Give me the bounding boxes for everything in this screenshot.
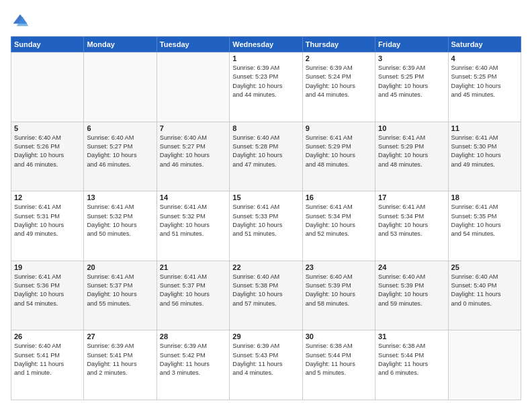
calendar-week-5: 26Sunrise: 6:40 AMSunset: 5:41 PMDayligh…	[11, 330, 521, 400]
day-number: 20	[87, 263, 153, 271]
weekday-header-wednesday: Wednesday	[230, 37, 302, 52]
calendar-cell: 4Sunrise: 6:40 AMSunset: 5:25 PMDaylight…	[448, 52, 521, 122]
day-number: 18	[451, 193, 518, 201]
day-info: Sunrise: 6:41 AMSunset: 5:34 PMDaylight:…	[378, 203, 445, 238]
day-info: Sunrise: 6:41 AMSunset: 5:29 PMDaylight:…	[306, 134, 372, 169]
calendar-cell: 19Sunrise: 6:41 AMSunset: 5:36 PMDayligh…	[11, 261, 84, 330]
day-number: 10	[378, 124, 445, 132]
calendar-cell: 23Sunrise: 6:40 AMSunset: 5:39 PMDayligh…	[302, 261, 375, 330]
day-number: 15	[232, 193, 299, 201]
day-number: 27	[87, 332, 153, 340]
weekday-header-monday: Monday	[84, 37, 157, 52]
day-number: 12	[14, 193, 81, 201]
day-info: Sunrise: 6:39 AMSunset: 5:24 PMDaylight:…	[306, 64, 372, 99]
day-info: Sunrise: 6:40 AMSunset: 5:27 PMDaylight:…	[87, 134, 153, 169]
calendar-cell: 17Sunrise: 6:41 AMSunset: 5:34 PMDayligh…	[375, 191, 448, 261]
calendar-cell: 31Sunrise: 6:38 AMSunset: 5:44 PMDayligh…	[375, 330, 448, 400]
day-number: 7	[160, 124, 226, 132]
logo-icon	[11, 11, 30, 30]
calendar-cell: 11Sunrise: 6:41 AMSunset: 5:30 PMDayligh…	[448, 122, 521, 191]
day-number: 1	[232, 54, 299, 62]
calendar-cell: 14Sunrise: 6:41 AMSunset: 5:32 PMDayligh…	[157, 191, 229, 261]
day-info: Sunrise: 6:39 AMSunset: 5:25 PMDaylight:…	[378, 64, 445, 99]
day-info: Sunrise: 6:40 AMSunset: 5:39 PMDaylight:…	[378, 273, 445, 308]
calendar-cell	[84, 52, 157, 122]
calendar-cell: 7Sunrise: 6:40 AMSunset: 5:27 PMDaylight…	[157, 122, 229, 191]
day-number: 24	[378, 263, 445, 271]
calendar-cell: 28Sunrise: 6:39 AMSunset: 5:42 PMDayligh…	[157, 330, 229, 400]
day-number: 14	[160, 193, 226, 201]
calendar-cell: 13Sunrise: 6:41 AMSunset: 5:32 PMDayligh…	[84, 191, 157, 261]
weekday-header-sunday: Sunday	[11, 37, 84, 52]
calendar-body: 1Sunrise: 6:39 AMSunset: 5:23 PMDaylight…	[11, 52, 521, 400]
day-info: Sunrise: 6:40 AMSunset: 5:27 PMDaylight:…	[160, 134, 226, 169]
day-info: Sunrise: 6:41 AMSunset: 5:32 PMDaylight:…	[87, 203, 153, 238]
day-info: Sunrise: 6:39 AMSunset: 5:43 PMDaylight:…	[232, 342, 299, 377]
calendar-cell: 6Sunrise: 6:40 AMSunset: 5:27 PMDaylight…	[84, 122, 157, 191]
day-info: Sunrise: 6:41 AMSunset: 5:33 PMDaylight:…	[232, 203, 299, 238]
calendar-cell	[157, 52, 229, 122]
day-info: Sunrise: 6:39 AMSunset: 5:41 PMDaylight:…	[87, 342, 153, 377]
day-number: 6	[87, 124, 153, 132]
calendar-cell: 30Sunrise: 6:38 AMSunset: 5:44 PMDayligh…	[302, 330, 375, 400]
day-number: 29	[232, 332, 299, 340]
day-number: 30	[306, 332, 372, 340]
day-info: Sunrise: 6:41 AMSunset: 5:32 PMDaylight:…	[160, 203, 226, 238]
day-info: Sunrise: 6:41 AMSunset: 5:36 PMDaylight:…	[14, 273, 81, 308]
header	[11, 11, 521, 30]
calendar-week-1: 1Sunrise: 6:39 AMSunset: 5:23 PMDaylight…	[11, 52, 521, 122]
day-info: Sunrise: 6:40 AMSunset: 5:25 PMDaylight:…	[451, 64, 518, 99]
calendar-cell	[11, 52, 84, 122]
day-number: 26	[14, 332, 81, 340]
day-info: Sunrise: 6:41 AMSunset: 5:35 PMDaylight:…	[451, 203, 518, 238]
day-info: Sunrise: 6:40 AMSunset: 5:38 PMDaylight:…	[232, 273, 299, 308]
day-info: Sunrise: 6:41 AMSunset: 5:30 PMDaylight:…	[451, 134, 518, 169]
day-number: 17	[378, 193, 445, 201]
day-info: Sunrise: 6:38 AMSunset: 5:44 PMDaylight:…	[306, 342, 372, 377]
day-number: 9	[306, 124, 372, 132]
calendar-week-3: 12Sunrise: 6:41 AMSunset: 5:31 PMDayligh…	[11, 191, 521, 261]
day-info: Sunrise: 6:41 AMSunset: 5:37 PMDaylight:…	[160, 273, 226, 308]
day-info: Sunrise: 6:40 AMSunset: 5:41 PMDaylight:…	[14, 342, 81, 377]
calendar-cell: 25Sunrise: 6:40 AMSunset: 5:40 PMDayligh…	[448, 261, 521, 330]
weekday-header-row: SundayMondayTuesdayWednesdayThursdayFrid…	[11, 37, 521, 52]
calendar-cell: 26Sunrise: 6:40 AMSunset: 5:41 PMDayligh…	[11, 330, 84, 400]
day-info: Sunrise: 6:41 AMSunset: 5:29 PMDaylight:…	[378, 134, 445, 169]
day-info: Sunrise: 6:38 AMSunset: 5:44 PMDaylight:…	[378, 342, 445, 377]
calendar-cell: 1Sunrise: 6:39 AMSunset: 5:23 PMDaylight…	[230, 52, 302, 122]
day-number: 3	[378, 54, 445, 62]
day-info: Sunrise: 6:41 AMSunset: 5:37 PMDaylight:…	[87, 273, 153, 308]
calendar-cell: 16Sunrise: 6:41 AMSunset: 5:34 PMDayligh…	[302, 191, 375, 261]
calendar-cell: 27Sunrise: 6:39 AMSunset: 5:41 PMDayligh…	[84, 330, 157, 400]
day-number: 31	[378, 332, 445, 340]
day-info: Sunrise: 6:40 AMSunset: 5:26 PMDaylight:…	[14, 134, 81, 169]
day-info: Sunrise: 6:41 AMSunset: 5:34 PMDaylight:…	[306, 203, 372, 238]
day-number: 11	[451, 124, 518, 132]
day-number: 4	[451, 54, 518, 62]
calendar-cell: 2Sunrise: 6:39 AMSunset: 5:24 PMDaylight…	[302, 52, 375, 122]
day-number: 22	[232, 263, 299, 271]
calendar-cell: 29Sunrise: 6:39 AMSunset: 5:43 PMDayligh…	[230, 330, 302, 400]
day-info: Sunrise: 6:40 AMSunset: 5:39 PMDaylight:…	[306, 273, 372, 308]
calendar-cell: 21Sunrise: 6:41 AMSunset: 5:37 PMDayligh…	[157, 261, 229, 330]
calendar-week-2: 5Sunrise: 6:40 AMSunset: 5:26 PMDaylight…	[11, 122, 521, 191]
calendar-cell: 3Sunrise: 6:39 AMSunset: 5:25 PMDaylight…	[375, 52, 448, 122]
day-number: 13	[87, 193, 153, 201]
day-number: 21	[160, 263, 226, 271]
calendar-cell: 9Sunrise: 6:41 AMSunset: 5:29 PMDaylight…	[302, 122, 375, 191]
logo	[11, 11, 32, 30]
day-number: 16	[306, 193, 372, 201]
day-info: Sunrise: 6:40 AMSunset: 5:28 PMDaylight:…	[232, 134, 299, 169]
calendar-cell: 5Sunrise: 6:40 AMSunset: 5:26 PMDaylight…	[11, 122, 84, 191]
day-number: 25	[451, 263, 518, 271]
calendar-table: SundayMondayTuesdayWednesdayThursdayFrid…	[11, 36, 521, 400]
day-number: 5	[14, 124, 81, 132]
calendar-cell: 10Sunrise: 6:41 AMSunset: 5:29 PMDayligh…	[375, 122, 448, 191]
calendar-cell: 18Sunrise: 6:41 AMSunset: 5:35 PMDayligh…	[448, 191, 521, 261]
calendar-week-4: 19Sunrise: 6:41 AMSunset: 5:36 PMDayligh…	[11, 261, 521, 330]
day-info: Sunrise: 6:40 AMSunset: 5:40 PMDaylight:…	[451, 273, 518, 308]
calendar-cell: 12Sunrise: 6:41 AMSunset: 5:31 PMDayligh…	[11, 191, 84, 261]
day-info: Sunrise: 6:39 AMSunset: 5:42 PMDaylight:…	[160, 342, 226, 377]
day-number: 8	[232, 124, 299, 132]
weekday-header-tuesday: Tuesday	[157, 37, 229, 52]
